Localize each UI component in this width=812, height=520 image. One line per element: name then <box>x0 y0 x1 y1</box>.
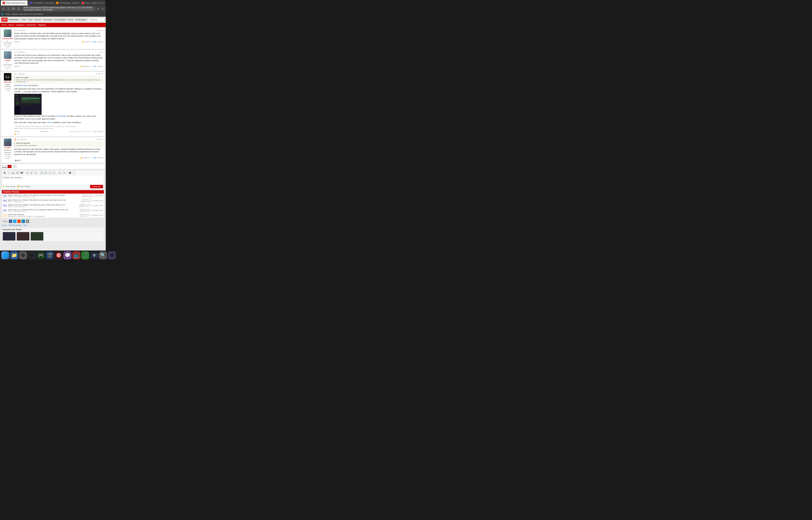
similar-title-2[interactable]: Valve Proton 6.3-7: Weitere Fortschritte… <box>8 199 80 201</box>
zitieren-btn-3[interactable]: Zitieren <box>98 131 103 132</box>
zitat-btn-1[interactable]: Zitat <box>93 41 97 43</box>
forum-nav-new[interactable]: Neues <box>8 24 14 26</box>
melden-btn-2[interactable]: Melden <box>14 66 20 67</box>
zitat-btn-2[interactable]: + Zitat <box>92 66 97 67</box>
bearbeiten-btn-3[interactable]: Bearbeiten <box>40 131 49 132</box>
twitter-share-btn[interactable]: t <box>13 219 17 223</box>
nav-forum[interactable]: Forum <box>68 19 73 21</box>
tab-1[interactable]: Crysis Warhead DXVK - E... × <box>1 0 28 5</box>
tab-4[interactable]: News - Spielen unter Linux... <box>80 0 105 5</box>
username-2[interactable]: nubbe <box>5 59 10 61</box>
forward-button[interactable]: › <box>6 6 10 11</box>
post-share-icon-2[interactable]: ↗ <box>98 51 100 53</box>
image-btn[interactable]: 🖼 <box>68 171 72 175</box>
emoji-attach-btn[interactable]: 😊 Datei anfügen... <box>17 185 32 187</box>
taskbar-game1[interactable]: 🎮 <box>37 251 45 259</box>
url-bar[interactable]: www.computerbase.de/forum/threads/spiele… <box>22 6 96 11</box>
file-upload-btn[interactable]: 📁 Datei-Upload <box>3 185 16 187</box>
reload-button[interactable]: ↻ <box>11 6 16 11</box>
italic-btn[interactable]: I <box>7 171 11 175</box>
tab-2[interactable]: SchreibBlatt - Datenverarbeit... <box>28 0 54 5</box>
link-btn[interactable]: 🔗 <box>39 171 43 175</box>
align-center-btn[interactable]: ≡ <box>30 171 33 175</box>
forum-nav-watched[interactable]: Beobachtet <box>26 24 36 26</box>
like-btn-2[interactable]: 👍 Gefällt mir <box>80 66 90 67</box>
nav-ticker[interactable]: Ticker <box>21 19 26 21</box>
related-item-3[interactable] <box>31 232 43 240</box>
similar-title-4[interactable]: Valve Proton 6.3-8: Nvidia DLSS und 24 z… <box>8 209 79 211</box>
reddit-share-btn[interactable]: r <box>17 219 21 223</box>
related-item-2[interactable] <box>17 232 29 240</box>
emoji-btn[interactable]: ☺ <box>48 171 52 175</box>
similar-title-3[interactable]: Spielen unter Linux: RDNA 2 mit Raytraci… <box>8 204 78 206</box>
like-btn-1[interactable]: 👍 Gefällt mir <box>82 41 92 43</box>
mention-svj3n[interactable]: @SVJ3N <box>19 84 26 86</box>
forum-scroll[interactable]: CB ComputerBase Ticker Tests Themen Down… <box>0 17 106 251</box>
strike-btn[interactable]: S <box>16 171 19 175</box>
zitieren-btn-4[interactable]: Zitieren <box>98 157 103 159</box>
doc-btn[interactable]: 📄 <box>72 171 76 175</box>
nav-downloads[interactable]: Downloads <box>43 19 53 21</box>
forum-nav-home[interactable]: Forum <box>1 24 7 26</box>
tab-3[interactable]: Passiergang - Mozilla Thun... <box>54 0 80 5</box>
similar-title-5[interactable]: DXVK unter Windows <box>8 214 79 215</box>
like-btn-3[interactable]: + Zitat <box>92 131 97 132</box>
taskbar-media[interactable]: 📺 <box>72 251 80 259</box>
bc-linux[interactable]: Linux <box>23 224 27 226</box>
post-flag-icon-4[interactable]: ⚑ <box>98 138 100 141</box>
page-1-btn[interactable]: 1 <box>7 165 11 168</box>
facebook-share-btn[interactable]: f <box>9 219 12 223</box>
zitieren-btn-2[interactable]: Zitieren <box>98 66 103 67</box>
underline-btn[interactable]: U <box>11 171 15 175</box>
username-4[interactable]: SVJ3N <box>5 147 11 149</box>
table-btn[interactable]: 📋 <box>52 171 56 175</box>
melden-btn-1[interactable]: Melden <box>14 41 20 43</box>
username-3[interactable]: ghost4s <box>4 81 11 83</box>
taskbar-chat[interactable]: 💬 <box>63 251 72 259</box>
melden-btn-3[interactable]: Melden <box>14 131 20 132</box>
login-label[interactable]: @ Einloggen <box>76 19 87 21</box>
nav-tests[interactable]: Tests <box>28 19 33 21</box>
bold-btn[interactable]: B <box>3 171 6 175</box>
home-button[interactable]: ⌂ <box>17 6 21 11</box>
email-share-btn[interactable]: ✉ <box>26 219 29 223</box>
nav-themen[interactable]: Themen <box>34 19 42 21</box>
post-flag-icon-1[interactable]: ⚑ <box>98 29 100 31</box>
protondb-link[interactable]: ProtonDB <box>57 115 65 117</box>
taskbar-atom[interactable]: ♾ <box>28 251 36 259</box>
related-item-1[interactable] <box>3 232 16 240</box>
taskbar-kdenlive[interactable]: 🎬 <box>46 251 54 259</box>
bc-os[interactable]: Betriebssysteme <box>9 224 21 226</box>
linkedin-share-btn[interactable]: in <box>22 219 25 223</box>
lutris-link[interactable]: Lutris <box>47 122 51 124</box>
post-share-icon-1[interactable]: ↗ <box>96 29 97 31</box>
bookmark-icon[interactable]: ★ <box>96 7 100 10</box>
like-btn-4[interactable]: 👍 Gefällt mir <box>80 157 90 159</box>
taskbar-finder[interactable]: 🌐 <box>1 251 9 259</box>
code-btn[interactable]: ⌨ <box>20 171 24 175</box>
taskbar-music[interactable]: 🎵 <box>81 251 89 259</box>
taskbar-settings[interactable]: ⚙ <box>19 251 27 259</box>
similar-title-1[interactable]: Spielen unter Linux: DXVK 1.9.2 reduzier… <box>8 194 81 196</box>
post-share-icon-4[interactable]: ↗ <box>96 138 97 141</box>
redo-btn[interactable]: ↪ <box>62 171 66 175</box>
page-2-btn[interactable]: 2 <box>12 165 17 168</box>
zitat-btn-4[interactable]: + Zitat <box>92 157 97 159</box>
nav-preisvergleich[interactable]: Preisvergleich <box>54 19 66 21</box>
bookmark-1[interactable]: 🌐 <box>1 13 4 15</box>
align-left-btn[interactable]: ≡ <box>25 171 29 175</box>
taskbar-recycle[interactable]: ♻ <box>108 251 116 259</box>
forum-nav-members[interactable]: Mitglieder <box>38 24 46 26</box>
media-btn[interactable]: 📎 <box>44 171 48 175</box>
submit-reply-btn[interactable]: Antworten <box>90 185 103 188</box>
search-input[interactable] <box>87 18 105 22</box>
post-share-icon-3[interactable]: ↗ <box>96 73 97 75</box>
post-flag-icon-3[interactable]: ⚑ <box>98 73 100 75</box>
bookmark-2[interactable]: News - Spielen unter Linux 1.9.2 Für Dir… <box>5 13 45 15</box>
username-1[interactable]: Commander <box>2 37 13 40</box>
align-right-btn[interactable]: ≡ <box>34 171 38 175</box>
prev-page-btn[interactable]: ‹ Zurück <box>2 165 6 168</box>
taskbar-files[interactable]: 📁 <box>10 251 18 259</box>
bc-forum[interactable]: Forum <box>2 224 7 226</box>
forum-nav-unread[interactable]: Ungelesen <box>16 24 25 26</box>
